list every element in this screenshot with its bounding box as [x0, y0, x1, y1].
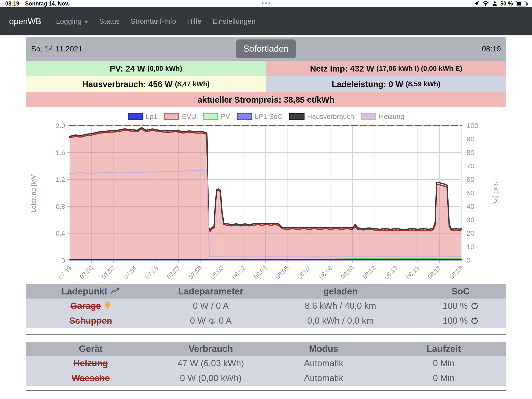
x-tick: 08:10	[339, 264, 355, 280]
sofortladen-button[interactable]: Sofortladen	[236, 39, 296, 58]
chargepoint-row-schuppen: Schuppen 0 W ① 0 A 0,0 kWh / 0,0 km 100 …	[26, 313, 506, 328]
x-tick: 07:49	[57, 264, 73, 280]
x-tick: 08:00	[209, 264, 225, 280]
x-tick: 08:07	[296, 264, 312, 280]
legend-label: LP1 SoC	[255, 113, 283, 120]
nav-hilfe[interactable]: Hilfe	[187, 17, 201, 25]
nav-logging[interactable]: Logging	[56, 17, 88, 25]
user-icon	[492, 1, 498, 6]
legend-swatch	[361, 113, 376, 120]
x-tick: 08:12	[361, 264, 377, 280]
y-right-tick: 30	[466, 216, 474, 224]
col-ladeparameter: Ladeparameter	[155, 286, 266, 297]
y-left-tick: 2.0	[56, 123, 65, 129]
legend-item-pv[interactable]: PV	[203, 113, 230, 120]
x-tick: 08:15	[405, 264, 421, 280]
battery-icon	[516, 1, 527, 6]
y-axis-title-right: SoC [%]	[492, 181, 500, 205]
col-laufzeit: Laufzeit	[381, 344, 506, 354]
pv-summary: PV: 24 W (0,00 kWh)	[26, 61, 266, 76]
device-row-waesche: Waesche 0 W (0,00 kWh) Automatik 0 Min	[26, 371, 506, 386]
soc-refresh-icon[interactable]	[471, 317, 478, 325]
y-left-tick: 0.4	[56, 230, 65, 237]
y-right-tick: 80	[466, 149, 474, 156]
power-chart: 2.01.61.20.80.40100908070605040302010007…	[26, 123, 506, 282]
y-left-tick: 0	[61, 257, 65, 264]
grid-summary: Netz Imp: 432 W (17,06 kWh I) (0,00 kWh …	[266, 61, 506, 76]
col-soc: SoC	[415, 286, 506, 297]
status-time: 08:19	[5, 0, 19, 7]
legend-swatch	[203, 113, 218, 120]
y-right-tick: 0	[466, 256, 470, 264]
location-icon	[474, 1, 479, 6]
x-tick: 08:17	[426, 264, 442, 280]
x-tick: 08:13	[383, 264, 399, 280]
chargepoint-name[interactable]: Schuppen	[69, 316, 112, 326]
plug-icon	[104, 301, 111, 311]
legend-item-evu[interactable]: EVU	[164, 113, 196, 120]
device-name[interactable]: Heizung	[73, 358, 108, 368]
y-axis-title-left: Leistung [kW]	[30, 173, 37, 213]
legend-swatch	[289, 113, 304, 120]
x-tick: 07:55	[144, 264, 160, 280]
x-tick: 08:03	[252, 264, 268, 280]
y-right-tick: 20	[466, 229, 474, 237]
electricity-price: aktueller Strompreis: 38,85 ct/kWh	[26, 92, 506, 108]
charge-power-summary: Ladeleistung: 0 W (8,59 kWh)	[266, 76, 506, 92]
y-right-tick: 50	[466, 189, 474, 197]
col-geladen: geladen	[266, 286, 415, 297]
legend-item-lp1-soc[interactable]: LP1 SoC	[237, 113, 283, 120]
header-date: So, 14.11.2021	[31, 44, 82, 53]
x-tick: 07:58	[187, 264, 203, 280]
legend-item-heizung[interactable]: Heizung	[361, 113, 404, 120]
col-geraet: Gerät	[26, 344, 155, 354]
x-tick: 08:18	[448, 264, 464, 280]
house-consumption-summary: Hausverbrauch: 456 W (8,47 kWh)	[26, 76, 266, 92]
y-right-tick: 60	[466, 175, 474, 183]
device-name[interactable]: Waesche	[72, 373, 110, 383]
legend-label: PV	[221, 113, 230, 120]
caret-down-icon	[84, 21, 88, 23]
status-date: Sonntag 14. Nov.	[25, 0, 69, 7]
x-tick: 07:57	[165, 264, 181, 280]
legend-label: Lp1	[146, 113, 157, 120]
x-tick: 07:52	[100, 264, 116, 280]
y-left-tick: 0.8	[56, 203, 65, 210]
x-tick: 07:54	[122, 264, 138, 280]
y-right-tick: 90	[466, 135, 474, 143]
battery-percent: 50 %	[500, 0, 513, 7]
section-divider	[26, 390, 506, 391]
app-brand[interactable]: openWB	[9, 17, 41, 26]
col-ladepunkt: Ladepunkt	[26, 286, 155, 297]
x-tick: 08:08	[318, 264, 334, 280]
chart-legend: Lp1EVUPVLP1 SoCHausverbrauchHeizung	[26, 110, 506, 123]
x-tick: 08:02	[231, 264, 247, 280]
nav-einstellungen[interactable]: Einstellungen	[212, 17, 255, 25]
y-right-tick: 10	[466, 243, 474, 251]
chargepoint-name[interactable]: Garage	[70, 301, 101, 311]
legend-item-hausverbrauch[interactable]: Hausverbrauch	[289, 113, 354, 120]
y-right-tick: 70	[466, 162, 474, 170]
multitask-dots-icon	[262, 2, 270, 4]
y-right-tick: 100	[466, 123, 478, 129]
chargepoint-row-garage: Garage 0 W / 0 A 8,6 kWh / 40,0 km 100 %	[26, 298, 506, 313]
chart-icon[interactable]	[110, 286, 120, 297]
col-modus: Modus	[266, 344, 381, 354]
legend-swatch	[237, 113, 252, 120]
navbar: openWB Logging Status Stromtarif-Info Hi…	[0, 7, 532, 35]
col-verbrauch: Verbrauch	[155, 344, 266, 354]
x-tick: 07:50	[78, 264, 95, 280]
wifi-icon	[482, 1, 489, 6]
legend-label: EVU	[182, 113, 196, 120]
phase-one-icon: ①	[209, 316, 216, 326]
nav-status[interactable]: Status	[99, 17, 120, 25]
y-right-tick: 40	[466, 202, 474, 210]
soc-refresh-icon[interactable]	[471, 302, 478, 310]
header-bar: So, 14.11.2021 Sofortladen 08:19	[26, 37, 506, 61]
devices-table: Gerät Verbrauch Modus Laufzeit Heizung 4…	[26, 342, 506, 386]
legend-label: Heizung	[379, 113, 404, 120]
power-chart-block: Lp1EVUPVLP1 SoCHausverbrauchHeizung 2.01…	[26, 110, 506, 282]
legend-swatch	[164, 113, 179, 120]
nav-stromtarif-info[interactable]: Stromtarif-Info	[131, 17, 176, 25]
legend-item-lp1[interactable]: Lp1	[128, 113, 157, 120]
